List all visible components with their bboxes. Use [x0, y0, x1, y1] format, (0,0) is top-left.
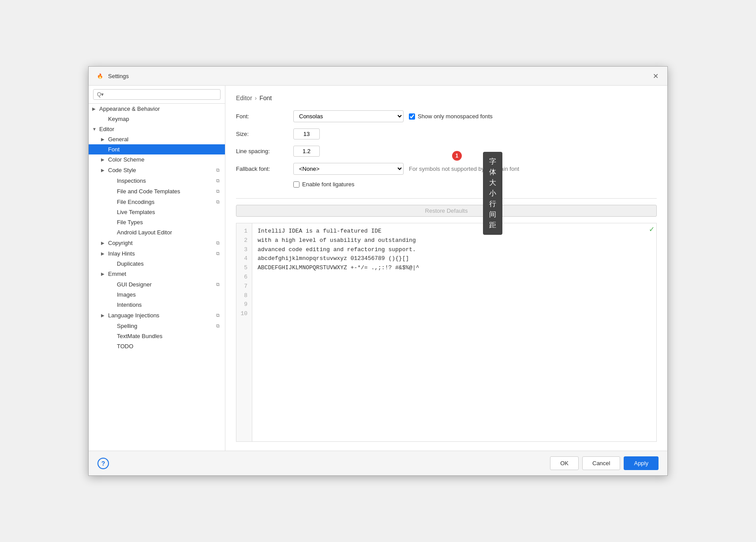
- code-line: ABCDEFGHIJKLMNOPQRSTUVWXYZ +-*/= .,;:!? …: [258, 263, 651, 273]
- copy-icon-inspections: ⧉: [214, 177, 221, 184]
- sidebar-label-language-injections: Language Injections: [108, 312, 214, 319]
- chevron-icon-general: ▶: [101, 137, 108, 142]
- chevron-icon-appearance: ▶: [92, 106, 99, 111]
- line-spacing-input[interactable]: [293, 146, 320, 157]
- ok-button[interactable]: OK: [550, 456, 579, 470]
- cancel-button[interactable]: Cancel: [582, 456, 620, 470]
- sidebar-item-code-style[interactable]: ▶Code Style⧉: [89, 165, 225, 175]
- sidebar-label-file-encodings: File Encodings: [117, 199, 214, 205]
- sidebar-item-file-types[interactable]: File Types: [89, 217, 225, 227]
- sidebar-item-editor[interactable]: ▼Editor: [89, 124, 225, 134]
- chevron-icon-code-style: ▶: [101, 168, 108, 173]
- close-button[interactable]: ✕: [651, 71, 660, 81]
- sidebar-item-images[interactable]: Images: [89, 290, 225, 300]
- sidebar-label-code-style: Code Style: [108, 167, 214, 173]
- sidebar-item-general[interactable]: ▶General: [89, 134, 225, 144]
- sidebar-label-inlay-hints: Inlay Hints: [108, 250, 214, 257]
- line-number: 4: [239, 254, 249, 263]
- sidebar-label-todo: TODO: [117, 343, 221, 350]
- copy-icon-inlay-hints: ⧉: [214, 250, 221, 257]
- breadcrumb: Editor › Font: [236, 94, 657, 102]
- monospaced-checkbox[interactable]: [409, 113, 415, 120]
- ligatures-checkbox[interactable]: [293, 181, 299, 188]
- tree-container: ▶Appearance & BehaviorKeymap▼Editor▶Gene…: [89, 104, 225, 351]
- sidebar-label-emmet: Emmet: [108, 271, 221, 277]
- sidebar-item-duplicates[interactable]: Duplicates: [89, 259, 225, 269]
- main-content: ▶Appearance & BehaviorKeymap▼Editor▶Gene…: [89, 86, 667, 451]
- sidebar-item-font[interactable]: Font: [89, 144, 225, 154]
- preview-area: 12345678910 IntelliJ IDEA is a full-feat…: [236, 223, 657, 442]
- fallback-font-select[interactable]: <None>: [293, 163, 404, 175]
- sidebar: ▶Appearance & BehaviorKeymap▼Editor▶Gene…: [89, 86, 225, 451]
- line-number: 6: [239, 273, 249, 282]
- sidebar-item-copyright[interactable]: ▶Copyright⧉: [89, 237, 225, 248]
- green-check-icon: ✓: [649, 225, 655, 233]
- sidebar-item-android-layout-editor[interactable]: Android Layout Editor: [89, 227, 225, 237]
- copy-icon-spelling: ⧉: [214, 322, 221, 329]
- code-line: abcdefghijklmnopqrstuvwxyz 0123456789 ()…: [258, 254, 651, 263]
- chevron-icon-copyright: ▶: [101, 241, 108, 245]
- sidebar-item-language-injections[interactable]: ▶Language Injections⧉: [89, 310, 225, 320]
- sidebar-label-spelling: Spelling: [117, 323, 214, 329]
- fallback-font-row: Fallback font: <None> For symbols not su…: [236, 163, 657, 175]
- search-input[interactable]: [93, 89, 221, 100]
- sidebar-item-file-code-templates[interactable]: File and Code Templates⧉: [89, 186, 225, 196]
- font-select[interactable]: Consolas Courier New DejaVu Sans Mono Me…: [293, 110, 404, 122]
- sidebar-item-intentions[interactable]: Intentions: [89, 300, 225, 310]
- line-number: 9: [239, 300, 249, 309]
- sidebar-item-keymap[interactable]: Keymap: [89, 114, 225, 124]
- sidebar-item-file-encodings[interactable]: File Encodings⧉: [89, 196, 225, 207]
- sidebar-item-color-scheme[interactable]: ▶Color Scheme: [89, 154, 225, 165]
- apply-button[interactable]: Apply: [624, 456, 659, 470]
- fallback-font-label: Fallback font:: [236, 166, 293, 172]
- search-box: [89, 86, 225, 104]
- chevron-icon-color-scheme: ▶: [101, 157, 108, 162]
- app-icon: 🔥: [96, 72, 105, 80]
- tooltip-badge: 1: [452, 151, 462, 161]
- copy-icon-language-injections: ⧉: [214, 312, 221, 319]
- ligatures-row: Enable font ligatures: [236, 181, 657, 188]
- code-line: IntelliJ IDEA is a full-featured IDE: [258, 227, 651, 236]
- sidebar-label-general: General: [108, 136, 221, 143]
- sidebar-item-inspections[interactable]: Inspections⧉: [89, 175, 225, 186]
- line-number: 5: [239, 263, 249, 273]
- ligatures-label[interactable]: Enable font ligatures: [302, 181, 355, 188]
- copy-icon-file-code-templates: ⧉: [214, 188, 221, 195]
- sidebar-label-appearance: Appearance & Behavior: [99, 105, 221, 112]
- sidebar-item-gui-designer[interactable]: GUI Designer⧉: [89, 279, 225, 290]
- breadcrumb-parent: Editor: [236, 94, 252, 102]
- sidebar-item-textmate-bundles[interactable]: TextMate Bundles: [89, 331, 225, 341]
- chevron-icon-inlay-hints: ▶: [101, 251, 108, 256]
- line-numbers: 12345678910: [236, 223, 252, 441]
- sidebar-item-appearance[interactable]: ▶Appearance & Behavior: [89, 104, 225, 114]
- font-control-group: Consolas Courier New DejaVu Sans Mono Me…: [293, 110, 498, 122]
- sidebar-label-editor: Editor: [99, 126, 221, 132]
- titlebar-left: 🔥 Settings: [96, 72, 129, 80]
- font-row: Font: Consolas Courier New DejaVu Sans M…: [236, 110, 657, 122]
- ligatures-checkbox-row: Enable font ligatures: [293, 181, 355, 188]
- settings-dialog: 🔥 Settings ✕ ▶Appearance & BehaviorKeyma…: [88, 66, 668, 476]
- copy-icon-copyright: ⧉: [214, 239, 221, 246]
- sidebar-item-todo[interactable]: TODO: [89, 341, 225, 351]
- sidebar-item-inlay-hints[interactable]: ▶Inlay Hints⧉: [89, 248, 225, 259]
- sidebar-label-duplicates: Duplicates: [117, 260, 221, 267]
- sidebar-label-font: Font: [108, 146, 221, 153]
- monospaced-label[interactable]: Show only monospaced fonts: [418, 113, 493, 120]
- copy-icon-gui-designer: ⧉: [214, 281, 221, 288]
- restore-defaults-button[interactable]: Restore Defaults: [236, 205, 657, 217]
- line-number: 1: [239, 227, 249, 236]
- line-number: 3: [239, 245, 249, 255]
- size-input[interactable]: [293, 128, 320, 139]
- sidebar-label-keymap: Keymap: [108, 116, 221, 122]
- help-button[interactable]: ?: [97, 458, 109, 469]
- titlebar: 🔥 Settings ✕: [89, 67, 667, 86]
- sidebar-label-live-templates: Live Templates: [117, 209, 221, 215]
- sidebar-item-spelling[interactable]: Spelling⧉: [89, 320, 225, 331]
- sidebar-label-file-types: File Types: [117, 219, 221, 226]
- breadcrumb-current: Font: [259, 94, 272, 102]
- sidebar-label-gui-designer: GUI Designer: [117, 281, 214, 288]
- line-number: 8: [239, 291, 249, 301]
- sidebar-item-live-templates[interactable]: Live Templates: [89, 207, 225, 217]
- sidebar-item-emmet[interactable]: ▶Emmet: [89, 269, 225, 279]
- sidebar-label-textmate-bundles: TextMate Bundles: [117, 333, 221, 339]
